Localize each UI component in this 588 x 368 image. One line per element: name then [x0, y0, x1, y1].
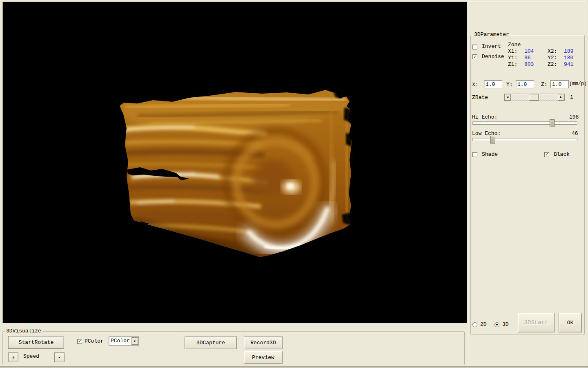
zone-z2-value: 941: [564, 61, 573, 67]
y-scale-field[interactable]: [516, 80, 534, 88]
hi-echo-slider-thumb[interactable]: [550, 119, 555, 127]
zone-z1-value: 803: [524, 61, 534, 67]
radio-2d-label: 2D: [480, 321, 487, 328]
hi-echo-value: 198: [569, 114, 579, 120]
zrate-value: 1: [570, 94, 573, 100]
black-label: Black: [554, 151, 570, 157]
3dcapture-button[interactable]: 3DCapture: [185, 337, 237, 349]
zone-y1-label: Y1:: [508, 55, 517, 61]
record3d-button[interactable]: Record3D: [244, 337, 283, 349]
shade-label: Shade: [482, 151, 498, 157]
ok-button[interactable]: OK: [559, 313, 582, 332]
hi-echo-label: Hi Echo:: [472, 114, 497, 120]
zone-y1-value: 96: [524, 55, 531, 61]
hi-echo-slider[interactable]: [472, 121, 577, 125]
z-scale-label: Z:: [541, 81, 548, 88]
z-scale-field[interactable]: [550, 80, 569, 88]
speed-label: Speed: [23, 353, 39, 359]
zrate-label: ZRate: [472, 94, 488, 101]
speed-plus-button[interactable]: +: [8, 352, 18, 362]
radio-3d-label: 3D: [502, 321, 509, 328]
zone-label: Zone: [508, 42, 521, 48]
low-echo-slider-thumb[interactable]: [490, 136, 495, 144]
parameter-groupbox-title: 3DParameter: [473, 32, 510, 38]
zone-x1-value: 104: [524, 48, 534, 54]
zrate-scrollbar-thumb[interactable]: [529, 94, 539, 101]
denoise-checkbox[interactable]: ✓: [472, 54, 477, 59]
zrate-arrow-right-icon[interactable]: ►: [558, 94, 564, 101]
scale-unit-label: (mm/p): [569, 81, 587, 87]
invert-label: Invert: [482, 43, 501, 49]
zone-y2-label: Y2:: [548, 55, 557, 61]
pcolor-checkbox[interactable]: ✓: [77, 339, 82, 344]
speed-minus-button[interactable]: -: [54, 352, 65, 362]
x-scale-label: X:: [472, 82, 479, 88]
zone-x2-label: X2:: [548, 48, 557, 54]
pcolor-label: PColor: [85, 338, 104, 344]
shade-checkbox[interactable]: [472, 152, 477, 157]
zone-z1-label: Z1:: [508, 61, 517, 67]
pcolor-dropdown[interactable]: PColor ▼: [109, 337, 139, 346]
parameter-groupbox: [470, 35, 585, 334]
zrate-scrollbar[interactable]: ◄ ►: [504, 94, 565, 101]
zone-x2-value: 189: [564, 48, 573, 54]
low-echo-label: Low Echo:: [472, 130, 501, 137]
preview-button[interactable]: Preview: [244, 351, 283, 364]
low-echo-value: 46: [572, 130, 578, 137]
low-echo-slider[interactable]: [472, 138, 577, 141]
zone-x1-label: X1:: [508, 48, 517, 54]
3dstart-button[interactable]: 3DStart: [518, 313, 555, 332]
black-checkbox[interactable]: ✓: [544, 152, 549, 157]
x-scale-field[interactable]: [484, 80, 502, 88]
window-bottom-edge: [0, 366, 588, 368]
radio-2d[interactable]: [472, 322, 477, 327]
ultrasound-volume: [3, 2, 468, 323]
y-scale-label: Y:: [506, 81, 513, 88]
start-rotate-button[interactable]: StartRotate: [8, 336, 64, 349]
denoise-label: Denoise: [482, 54, 504, 60]
pcolor-dropdown-value: PColor: [111, 338, 130, 344]
zrate-arrow-left-icon[interactable]: ◄: [504, 94, 511, 101]
invert-checkbox[interactable]: [472, 45, 477, 49]
zone-y2-value: 180: [564, 55, 573, 61]
visualize-groupbox-title: 3DVisualize: [5, 328, 42, 334]
radio-3d[interactable]: [494, 322, 499, 327]
render-viewport[interactable]: [2, 2, 467, 323]
zone-z2-label: Z2:: [548, 61, 557, 67]
pcolor-dropdown-arrow-icon[interactable]: ▼: [131, 337, 138, 345]
